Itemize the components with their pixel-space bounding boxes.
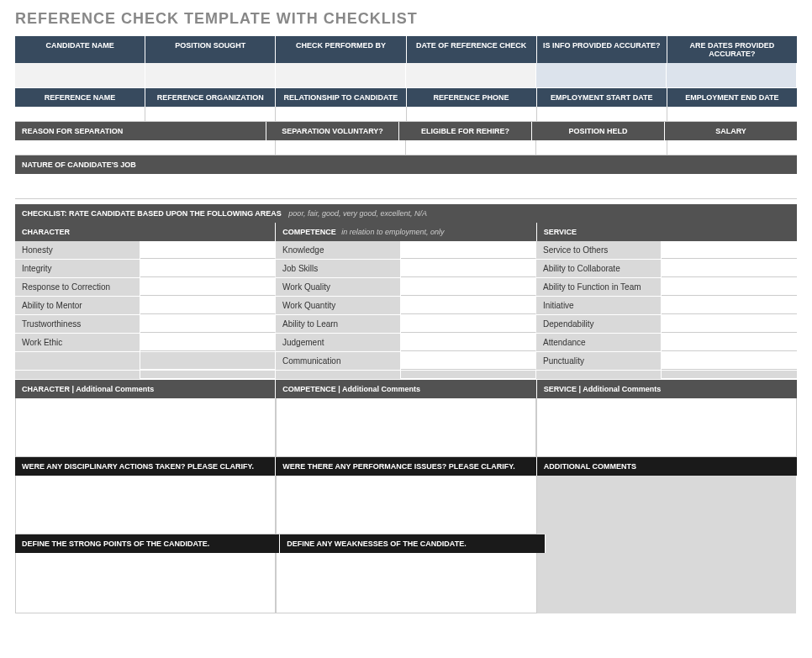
input-ref-name[interactable] [15, 107, 145, 122]
checklist-item-label: Dependability [536, 315, 662, 333]
checklist-item-label: Attendance [536, 334, 662, 351]
input-relationship[interactable] [276, 107, 406, 122]
checklist-col-service: Attendance [536, 334, 797, 351]
ext-row1-headers: WERE ANY DISCIPLINARY ACTIONS TAKEN? PLE… [15, 457, 797, 476]
hdr-candidate-name: CANDIDATE NAME [15, 36, 145, 63]
checklist-col-service: Ability to Function in Team [536, 278, 797, 296]
input-dates-accurate[interactable] [667, 63, 797, 88]
input-ref-org[interactable] [145, 107, 276, 122]
hdr-nature: NATURE OF CANDIDATE'S JOB [15, 155, 797, 174]
checklist-item-input[interactable] [401, 297, 536, 314]
comments-boxes [15, 398, 797, 457]
input-weak[interactable] [276, 553, 536, 613]
checklist-col-character: Trustworthiness [15, 315, 276, 333]
checklist-row: IntegrityJob SkillsAbility to Collaborat… [15, 260, 797, 278]
checklist-item-label: Ability to Function in Team [536, 278, 662, 296]
hdr-info-accurate: IS INFO PROVIDED ACCURATE? [537, 36, 667, 63]
input-sep-vol[interactable] [276, 140, 406, 155]
checklist-item-input [662, 371, 797, 379]
checklist-item-label: Work Ethic [15, 334, 140, 351]
hdr-addl: ADDITIONAL COMMENTS [537, 457, 797, 476]
ext-row2-boxes [15, 553, 797, 613]
checklist-item-input[interactable] [662, 315, 797, 333]
input-serv-comments[interactable] [536, 398, 797, 457]
checklist-col-character: Honesty [15, 241, 276, 259]
checklist-item-label [15, 352, 140, 370]
input-addl-top[interactable] [537, 476, 797, 534]
checklist-item-label: Initiative [536, 297, 662, 314]
checklist-item-label: Communication [276, 352, 401, 370]
input-disc[interactable] [15, 476, 276, 534]
checklist-col-competence: Judgement [276, 334, 536, 351]
checklist-item-label: Judgement [276, 334, 401, 351]
input-salary[interactable] [667, 140, 797, 155]
checklist-body: HonestyKnowledgeService to OthersIntegri… [15, 241, 797, 380]
input-char-comments[interactable] [15, 398, 276, 457]
input-reason-sep[interactable] [15, 140, 276, 155]
input-check-by[interactable] [276, 63, 406, 88]
checklist-item-input[interactable] [140, 241, 276, 259]
competence-label: COMPETENCE [282, 228, 336, 236]
input-position-held[interactable] [536, 140, 667, 155]
checklist-col-character [15, 371, 276, 379]
checklist-item-label: Ability to Collaborate [536, 260, 662, 277]
ext-row2-headers: DEFINE THE STRONG POINTS OF THE CANDIDAT… [15, 534, 797, 553]
input-date-check[interactable] [406, 63, 536, 88]
checklist-col-competence: Work Quantity [276, 297, 536, 314]
hdr-rehire: ELIGIBLE FOR REHIRE? [399, 122, 532, 140]
input-info-accurate[interactable] [536, 63, 667, 88]
section3-inputs [15, 140, 797, 155]
input-rehire[interactable] [406, 140, 536, 155]
input-comp-comments[interactable] [276, 398, 536, 457]
hdr-competence: COMPETENCE in relation to employment, on… [276, 223, 536, 241]
checklist-item-input[interactable] [140, 315, 276, 333]
checklist-item-label: Response to Correction [15, 278, 140, 296]
hdr-perf: WERE THERE ANY PERFORMANCE ISSUES? PLEAS… [276, 457, 536, 476]
input-nature[interactable] [15, 174, 797, 199]
checklist-item-label: Job Skills [276, 260, 401, 277]
hdr-position-held: POSITION HELD [532, 122, 665, 140]
checklist-item-label: Integrity [15, 260, 140, 277]
input-addl-bottom[interactable] [537, 553, 797, 613]
checklist-item-input[interactable] [662, 278, 797, 296]
checklist-item-input[interactable] [140, 334, 276, 351]
checklist-item-input[interactable] [662, 241, 797, 259]
checklist-row: Ability to MentorWork QuantityInitiative [15, 297, 797, 315]
hdr-relationship: RELATIONSHIP TO CANDIDATE [276, 88, 406, 107]
checklist-title: CHECKLIST: RATE CANDIDATE BASED UPON THE… [22, 209, 282, 218]
checklist-item-input[interactable] [140, 278, 276, 296]
checklist-item-input[interactable] [140, 260, 276, 277]
comments-headers: CHARACTER | Additional Comments COMPETEN… [15, 380, 797, 398]
input-emp-end[interactable] [667, 107, 797, 122]
input-ref-phone[interactable] [407, 107, 537, 122]
input-candidate-name[interactable] [15, 63, 145, 88]
checklist-cols-header: CHARACTER COMPETENCE in relation to empl… [15, 223, 797, 241]
checklist-col-service: Dependability [536, 315, 797, 333]
input-addl-mid[interactable] [546, 534, 797, 553]
checklist-item-input[interactable] [662, 297, 797, 314]
input-emp-start[interactable] [537, 107, 667, 122]
hdr-check-by: CHECK PERFORMED BY [276, 36, 406, 63]
checklist-item-input[interactable] [401, 278, 536, 296]
checklist-item-input[interactable] [401, 334, 536, 351]
input-strong[interactable] [15, 553, 276, 613]
checklist-item-label: Ability to Mentor [15, 297, 140, 314]
checklist-item-input[interactable] [662, 334, 797, 351]
input-position-sought[interactable] [145, 63, 276, 88]
checklist-hint: poor, fair, good, very good, excellent, … [288, 209, 427, 218]
checklist-item-input[interactable] [401, 241, 536, 259]
competence-hint: in relation to employment, only [341, 228, 444, 236]
checklist-item-input[interactable] [401, 315, 536, 333]
input-perf[interactable] [276, 476, 536, 534]
checklist-item-input[interactable] [662, 352, 797, 370]
checklist-item-input[interactable] [401, 260, 536, 277]
hdr-strong: DEFINE THE STRONG POINTS OF THE CANDIDAT… [15, 534, 280, 553]
checklist-item-input [140, 352, 276, 370]
checklist-item-input[interactable] [401, 352, 536, 370]
hdr-ref-phone: REFERENCE PHONE [407, 88, 537, 107]
checklist-item-input[interactable] [662, 260, 797, 277]
checklist-item-label: Service to Others [536, 241, 662, 259]
hdr-serv-comments: SERVICE | Additional Comments [537, 380, 797, 398]
checklist-col-service [536, 371, 797, 379]
checklist-item-input[interactable] [140, 297, 276, 314]
